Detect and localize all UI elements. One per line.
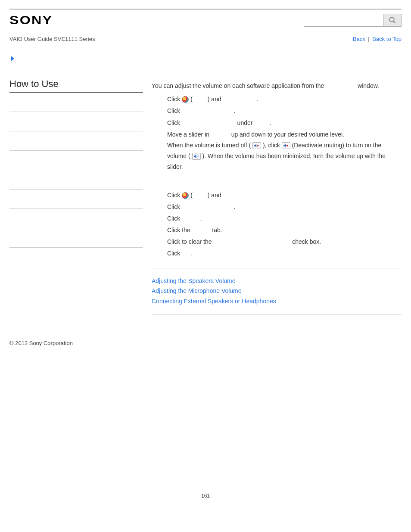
related-link[interactable]: Adjusting the Microphone Volume — [152, 286, 402, 296]
sidebar-item[interactable] — [9, 228, 143, 248]
back-link[interactable]: Back — [353, 36, 365, 42]
search-icon — [389, 16, 396, 24]
step-item: Move a slider in up and down to your des… — [167, 129, 402, 173]
svg-point-3 — [286, 145, 288, 146]
windows-start-icon — [182, 96, 189, 103]
sidebar-item[interactable] — [9, 151, 143, 170]
steps-list-1: Click ( ) and . Click . Click — [152, 94, 402, 172]
svg-line-1 — [393, 21, 395, 23]
content: You can adjust the volume on each softwa… — [152, 78, 402, 323]
speaker-muted-icon — [282, 142, 290, 149]
sidebar-item[interactable] — [9, 209, 143, 228]
step-item: Click . — [167, 202, 402, 212]
header: SONY — [9, 9, 402, 31]
sony-logo: SONY — [9, 13, 53, 27]
related-link[interactable]: Connecting External Speakers or Headphon… — [152, 296, 402, 307]
related-link[interactable]: Adjusting the Speakers Volume — [152, 276, 402, 286]
step-item: Click to clear the check box. — [167, 236, 402, 247]
step-item: Click under . — [167, 118, 402, 128]
step-item: Click ( ) and . — [167, 190, 402, 201]
page-number: 161 — [0, 493, 411, 507]
search-button[interactable] — [383, 14, 402, 27]
back-to-top-link[interactable]: Back to Top — [372, 36, 402, 42]
guide-title: VAIO User Guide SVE1111 Series — [9, 36, 95, 42]
step-item: Click . — [167, 248, 402, 259]
speaker-on-icon — [192, 153, 201, 160]
divider — [152, 314, 402, 315]
sub-header: VAIO User Guide SVE1111 Series Back | Ba… — [9, 31, 402, 55]
step-item: Click the tab. — [167, 225, 402, 236]
svg-point-2 — [257, 145, 259, 146]
search-input[interactable] — [304, 14, 383, 27]
sidebar-item[interactable] — [9, 93, 143, 112]
related-links: Adjusting the Speakers Volume Adjusting … — [152, 276, 402, 307]
sidebar-item[interactable] — [9, 112, 143, 131]
sidebar: How to Use — [9, 78, 143, 323]
search-wrap — [304, 14, 402, 27]
sidebar-item[interactable] — [9, 131, 143, 151]
sidebar-item[interactable] — [9, 170, 143, 190]
chevron-right-icon — [9, 55, 16, 62]
svg-point-0 — [389, 17, 394, 22]
intro-text: You can adjust the volume on each softwa… — [152, 81, 402, 91]
step-item: Click . — [167, 106, 402, 116]
divider — [152, 268, 402, 268]
steps-list-2: Click ( ) and . Click . Click — [152, 190, 402, 259]
header-links: Back | Back to Top — [353, 36, 402, 42]
footer-copyright: © 2012 Sony Corporation — [9, 323, 402, 355]
separator: | — [367, 36, 371, 42]
sidebar-title: How to Use — [9, 78, 143, 93]
windows-start-icon — [182, 192, 189, 199]
step-item: Click . — [167, 213, 402, 224]
sidebar-item[interactable] — [9, 190, 143, 209]
breadcrumb-arrow — [9, 55, 402, 63]
speaker-muted-icon — [252, 142, 261, 149]
step-item: Click ( ) and . — [167, 94, 402, 105]
